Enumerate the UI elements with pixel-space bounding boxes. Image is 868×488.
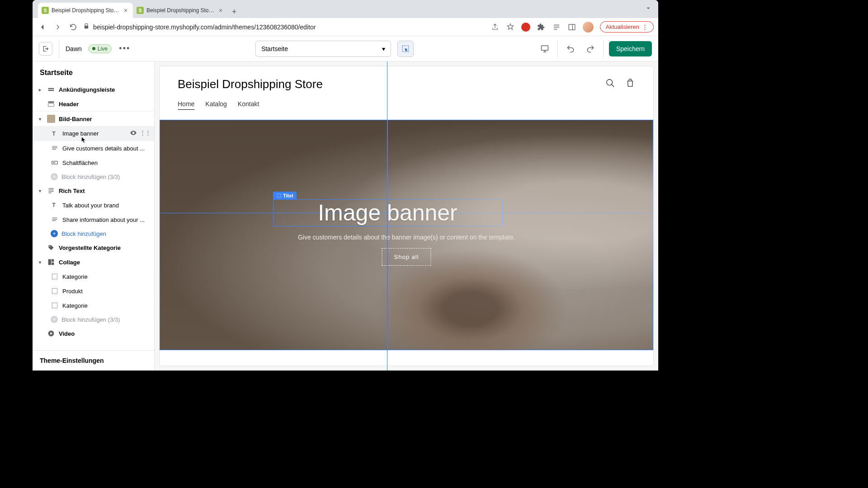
button-block-icon <box>51 159 59 167</box>
section-label: Rich Text <box>59 188 151 194</box>
svg-point-19 <box>607 80 613 85</box>
address-bar[interactable]: beispiel-dropshipping-store.myshopify.co… <box>83 23 486 31</box>
add-block-label: Block hinzufügen (3/3) <box>61 174 151 180</box>
section-video[interactable]: Video <box>33 326 154 341</box>
section-featured-collection[interactable]: Vorgestellte Kategorie <box>33 240 154 255</box>
bookmark-star-icon[interactable] <box>506 23 515 32</box>
profile-avatar[interactable] <box>583 22 594 33</box>
banner-title-selection[interactable]: Image banner <box>273 199 502 226</box>
browser-toolbar: beispiel-dropshipping-store.myshopify.co… <box>33 18 658 36</box>
editor-toolbar: Dawn Live ••• Startseite ▾ Speichern <box>33 36 658 61</box>
svg-rect-6 <box>48 103 54 106</box>
svg-rect-3 <box>48 88 54 89</box>
section-icon <box>47 85 55 94</box>
svg-point-11 <box>49 246 50 247</box>
block-rich-text-heading[interactable]: T Talk about your brand <box>33 198 154 212</box>
save-button[interactable]: Speichern <box>609 41 652 56</box>
block-collage-product[interactable]: Produkt <box>33 284 154 298</box>
paragraph-icon <box>51 144 59 152</box>
collage-icon <box>47 258 55 266</box>
search-icon[interactable] <box>605 78 615 90</box>
nav-katalog[interactable]: Katalog <box>205 100 226 110</box>
sections-sidebar: Startseite ▸ Ankündigungsleiste Header ▾… <box>33 61 155 371</box>
chevron-down-icon[interactable]: ▾ <box>39 260 43 265</box>
section-collage[interactable]: ▾ Collage <box>33 255 154 269</box>
page-selector[interactable]: Startseite ▾ <box>255 41 391 57</box>
svg-rect-17 <box>52 303 57 308</box>
block-image-banner-text[interactable]: Give customers details about ... <box>33 141 154 155</box>
block-image-banner-buttons[interactable]: Schaltflächen <box>33 155 154 170</box>
nav-kontakt[interactable]: Kontakt <box>238 100 259 110</box>
section-label: Bild-Banner <box>59 116 151 122</box>
text-block-icon: T <box>51 201 59 209</box>
nav-home[interactable]: Home <box>178 100 194 110</box>
kebab-icon: ⋮ <box>642 23 648 30</box>
storefront-preview[interactable]: Beispiel Dropshipping Store Home Katalog… <box>159 66 654 366</box>
svg-text:T: T <box>52 131 56 137</box>
paragraph-icon <box>51 216 59 224</box>
section-label: Vorgestellte Kategorie <box>59 244 151 251</box>
store-name: Beispiel Dropshipping Store <box>178 77 635 91</box>
shopify-favicon-icon: S <box>42 7 49 14</box>
banner-shop-button[interactable]: Shop all <box>382 248 431 266</box>
lock-icon <box>83 23 90 31</box>
add-block-disabled: + Block hinzufügen (3/3) <box>33 313 154 326</box>
block-label: Share information about your ... <box>62 216 151 223</box>
svg-rect-15 <box>52 274 57 279</box>
browser-tab-inactive[interactable]: S Beispiel Dropshipping Store · E × <box>133 3 228 18</box>
svg-rect-4 <box>48 90 54 91</box>
plus-circle-icon: + <box>51 173 58 180</box>
share-icon[interactable] <box>491 23 500 32</box>
add-block-label: Block hinzufügen (3/3) <box>61 316 151 323</box>
tabs-dropdown-icon[interactable] <box>645 5 652 14</box>
tab-close-icon[interactable]: × <box>217 7 224 14</box>
inspector-toggle-button[interactable] <box>397 41 414 57</box>
svg-rect-21 <box>277 194 281 197</box>
section-announcement-bar[interactable]: ▸ Ankündigungsleiste <box>33 82 154 97</box>
cart-bag-icon[interactable] <box>625 78 635 90</box>
live-status-badge: Live <box>88 44 112 53</box>
section-rich-text[interactable]: ▾ Rich Text <box>33 183 154 198</box>
reload-button[interactable] <box>68 22 79 33</box>
section-image-banner[interactable]: ▾ Bild-Banner <box>33 112 154 126</box>
extensions-puzzle-icon[interactable] <box>537 23 546 32</box>
block-label: Kategorie <box>62 273 151 280</box>
shopify-favicon-icon: S <box>137 7 144 14</box>
add-block-button[interactable]: + Block hinzufügen <box>33 227 154 240</box>
drag-handle-icon[interactable]: ⋮⋮ <box>140 129 151 138</box>
exit-editor-button[interactable] <box>39 42 52 56</box>
tab-close-icon[interactable]: × <box>122 7 129 14</box>
visibility-eye-icon[interactable] <box>130 129 137 138</box>
chevron-down-icon[interactable]: ▾ <box>39 188 43 193</box>
desktop-view-button[interactable] <box>538 42 552 56</box>
image-banner-section[interactable]: Titel Image banner Give customers detail… <box>160 120 653 350</box>
browser-tab-active[interactable]: S Beispiel Dropshipping Store · D × <box>38 3 133 18</box>
browser-update-button[interactable]: Aktualisieren ⋮ <box>600 21 654 33</box>
block-label: Kategorie <box>62 302 151 309</box>
block-collage-category[interactable]: Kategorie <box>33 269 154 284</box>
block-label: Schaltflächen <box>62 160 151 166</box>
chevron-right-icon[interactable]: ▸ <box>39 87 43 92</box>
rich-text-icon <box>47 187 55 195</box>
block-label: Image banner <box>62 130 126 137</box>
block-collage-category-2[interactable]: Kategorie <box>33 298 154 313</box>
side-panel-icon[interactable] <box>567 23 576 32</box>
chevron-down-icon[interactable]: ▾ <box>39 117 43 122</box>
more-actions-button[interactable]: ••• <box>118 42 132 56</box>
new-tab-button[interactable]: + <box>228 5 241 18</box>
redo-button[interactable] <box>583 42 598 56</box>
extension-circle-icon[interactable] <box>521 23 530 32</box>
theme-settings-button[interactable]: Theme-Einstellungen <box>33 350 154 371</box>
video-play-icon <box>47 329 55 338</box>
undo-button[interactable] <box>563 42 578 56</box>
svg-rect-13 <box>52 259 54 262</box>
forward-button[interactable] <box>52 22 63 33</box>
section-header[interactable]: Header <box>33 97 154 111</box>
reading-list-icon[interactable] <box>552 23 561 32</box>
back-button[interactable] <box>37 22 48 33</box>
guide-line-horizontal <box>159 213 654 213</box>
chevron-down-icon: ▾ <box>382 45 385 52</box>
add-block-disabled: + Block hinzufügen (3/3) <box>33 170 154 183</box>
block-rich-text-paragraph[interactable]: Share information about your ... <box>33 212 154 227</box>
block-image-banner-title[interactable]: T Image banner ⋮⋮ <box>33 126 154 141</box>
